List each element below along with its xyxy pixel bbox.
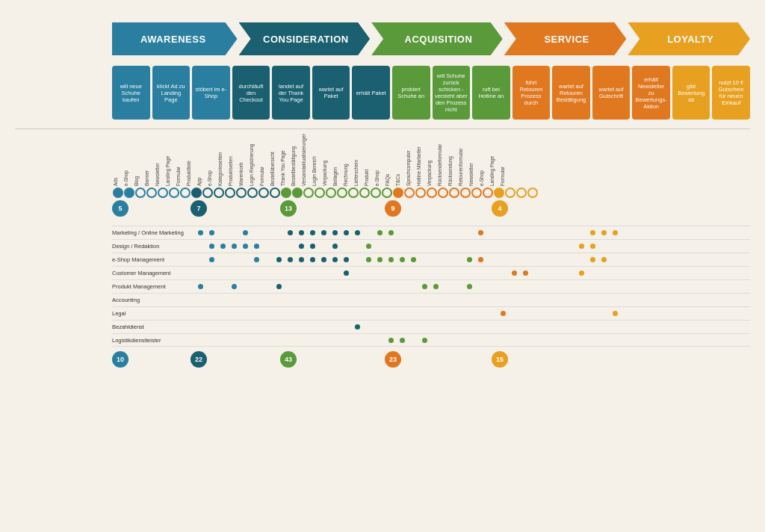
dept-dot	[374, 229, 385, 236]
dept-dot	[475, 283, 486, 290]
tp-content: Adse-ShopBlogBannerNewsletterLanding Pag…	[112, 134, 750, 221]
dept-dot	[240, 310, 250, 317]
dept-dot	[352, 337, 362, 344]
dept-dot	[273, 229, 284, 236]
tp-dot	[292, 188, 303, 198]
dept-dot	[509, 243, 519, 250]
dept-dot	[262, 310, 273, 317]
dept-dot	[565, 270, 575, 276]
dept-dot	[240, 297, 250, 303]
tp-name-label: Rechnung	[343, 134, 353, 186]
dept-dot	[329, 337, 340, 344]
dept-dot	[542, 324, 553, 330]
tp-dot	[124, 188, 134, 198]
dept-dot	[453, 324, 463, 330]
dept-dot	[498, 270, 508, 276]
dept-dot	[419, 283, 430, 290]
dept-dot	[229, 256, 239, 263]
tp-dot	[404, 188, 415, 198]
tp-dot	[169, 188, 179, 198]
tp-name-label: Bestellbestätigung	[291, 134, 301, 186]
divider	[15, 129, 750, 129]
dept-dot	[565, 324, 575, 330]
dept-dot	[397, 270, 407, 276]
dept-dot	[453, 337, 463, 344]
tp-name-label: Rücksendung	[447, 134, 458, 186]
step-box: durchläuft den Checkout	[232, 66, 270, 120]
dept-dot	[217, 337, 228, 344]
dept-row: Logistikdienstleister	[112, 333, 750, 347]
dept-dot	[464, 283, 474, 290]
dept-dot	[385, 337, 396, 344]
tp-name-label: Landing Page	[489, 134, 500, 186]
dept-count-badge: 10	[112, 351, 128, 368]
dept-dot	[464, 337, 474, 344]
step-box: ruft bei Hotline an	[472, 66, 510, 120]
dept-dot	[251, 337, 261, 344]
tp-name-label: Login Bereich	[312, 134, 322, 186]
tp-dot	[371, 188, 381, 198]
dept-dot	[587, 256, 598, 263]
dept-dot	[397, 324, 407, 330]
dept-dot	[296, 270, 306, 276]
tp-name-label: Produktseiten	[228, 134, 238, 186]
dept-dots-row	[194, 324, 750, 330]
dept-dot	[329, 324, 340, 330]
dept-dot	[352, 324, 362, 330]
dept-dot	[486, 297, 497, 303]
dept-dot	[408, 297, 418, 303]
dept-dot	[195, 243, 205, 250]
dept-dot	[475, 324, 486, 330]
dept-dot	[251, 297, 261, 303]
dept-dot	[273, 283, 284, 290]
dept-dot	[206, 310, 217, 317]
dept-dot	[509, 310, 519, 317]
dept-dot	[318, 297, 329, 303]
tp-dot	[135, 188, 146, 198]
dept-dot	[341, 337, 351, 344]
dept-dot	[598, 324, 609, 330]
dept-dot	[262, 229, 273, 236]
dept-dot	[498, 297, 508, 303]
dept-dot	[217, 270, 228, 276]
dept-dot	[307, 270, 318, 276]
dept-dot	[610, 337, 620, 344]
dept-dot	[285, 270, 295, 276]
dept-name: Bezahldienst	[112, 324, 194, 330]
tp-name-label: Banner	[144, 134, 155, 186]
dept-dot	[475, 243, 486, 250]
dept-dot	[453, 256, 463, 263]
tp-name-label: e-Shop	[374, 134, 385, 186]
dept-dot	[251, 256, 261, 263]
dept-row: Accounting	[112, 293, 750, 306]
dept-dot	[363, 270, 374, 276]
dept-dot	[374, 256, 385, 263]
dept-dot	[229, 243, 239, 250]
dept-dot	[475, 337, 486, 344]
dept-dots-row	[194, 310, 750, 317]
dept-dot	[430, 283, 441, 290]
dept-dot	[363, 337, 374, 344]
dept-dot	[520, 229, 530, 236]
tp-dot	[270, 188, 280, 198]
dept-dot	[374, 243, 385, 250]
tp-dot	[258, 188, 269, 198]
dept-name: Legal	[112, 310, 194, 317]
dept-row: Legal	[112, 306, 750, 320]
dept-dot	[587, 337, 598, 344]
dept-dot	[329, 229, 340, 236]
dept-dot	[363, 256, 374, 263]
dept-dot	[598, 283, 609, 290]
dept-dot	[229, 337, 239, 344]
tp-counts-row: 571394	[112, 200, 750, 221]
stage-loyalty: LOYALTY	[628, 22, 750, 55]
step-box: wartet auf Paket	[312, 66, 350, 120]
dept-dot	[576, 337, 586, 344]
dept-dot	[296, 256, 306, 263]
dept-row: e-Shop Management	[112, 253, 750, 266]
tp-dot	[202, 188, 213, 198]
tp-name-label: Kategorieseiten	[217, 134, 228, 186]
dept-dot	[576, 256, 586, 263]
step-box: erhält Paket	[352, 66, 390, 120]
dept-dot	[206, 283, 217, 290]
